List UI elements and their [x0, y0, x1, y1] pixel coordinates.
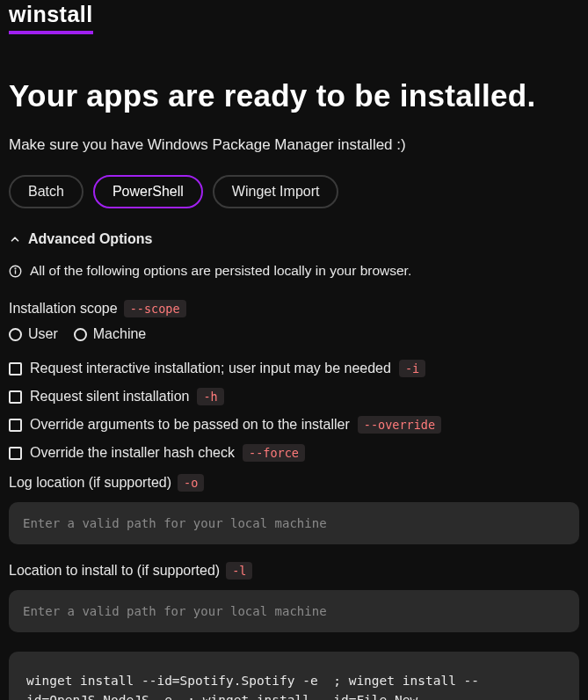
log-location-input[interactable]	[9, 502, 579, 544]
radio-icon	[74, 328, 87, 341]
checkbox-interactive[interactable]: Request interactive installation; user i…	[9, 360, 579, 377]
svg-point-2	[15, 268, 16, 269]
checkbox-force-flag: --force	[243, 444, 305, 462]
checkbox-icon	[9, 362, 22, 376]
checkbox-override-label: Override arguments to be passed on to th…	[30, 417, 350, 433]
checkbox-interactive-label: Request interactive installation; user i…	[30, 361, 391, 376]
checkbox-override[interactable]: Override arguments to be passed on to th…	[9, 416, 579, 434]
install-location-flag: -l	[226, 562, 252, 580]
scope-label: Installation scope --scope	[9, 300, 579, 317]
install-location-label-text: Location to install to (if supported)	[9, 563, 220, 579]
info-note-text: All of the following options are persist…	[30, 263, 411, 279]
checkbox-force-label: Override the installer hash check	[30, 445, 235, 461]
format-tabs: Batch PowerShell Winget Import	[9, 175, 579, 208]
tab-powershell[interactable]: PowerShell	[93, 175, 203, 208]
install-location-label: Location to install to (if supported) -l	[9, 562, 579, 580]
install-location-input[interactable]	[9, 590, 579, 632]
scope-flag: --scope	[124, 300, 186, 317]
options-list: Request interactive installation; user i…	[9, 360, 579, 462]
scope-radio-group: User Machine	[9, 326, 579, 342]
page-title: Your apps are ready to be installed.	[9, 78, 579, 113]
checkbox-icon	[9, 419, 22, 432]
scope-label-text: Installation scope	[9, 301, 118, 317]
scope-radio-user[interactable]: User	[9, 326, 58, 342]
generated-command[interactable]: winget install --id=Spotify.Spotify -e ;…	[9, 652, 579, 700]
radio-icon	[9, 328, 22, 341]
checkbox-icon	[9, 390, 22, 404]
page-subtitle: Make sure you have Windows Package Manag…	[9, 136, 579, 154]
checkbox-icon	[9, 447, 22, 460]
scope-radio-machine-label: Machine	[93, 326, 146, 342]
checkbox-force[interactable]: Override the installer hash check --forc…	[9, 444, 579, 462]
checkbox-override-flag: --override	[358, 416, 441, 434]
scope-radio-machine[interactable]: Machine	[74, 326, 146, 342]
advanced-options-toggle[interactable]: Advanced Options	[9, 231, 579, 247]
advanced-options-label: Advanced Options	[28, 231, 152, 247]
info-note: All of the following options are persist…	[9, 263, 579, 279]
tab-batch[interactable]: Batch	[9, 175, 83, 208]
log-location-flag: -o	[178, 474, 204, 492]
log-location-label: Log location (if supported) -o	[9, 474, 579, 492]
checkbox-silent[interactable]: Request silent installation -h	[9, 388, 579, 405]
info-icon	[9, 265, 22, 278]
app-logo[interactable]: winstall	[9, 2, 93, 34]
scope-radio-user-label: User	[28, 326, 58, 342]
tab-winget-import[interactable]: Winget Import	[213, 175, 339, 208]
log-location-label-text: Log location (if supported)	[9, 475, 171, 491]
checkbox-silent-flag: -h	[197, 388, 223, 405]
checkbox-interactive-flag: -i	[399, 360, 425, 377]
chevron-up-icon	[9, 233, 21, 245]
checkbox-silent-label: Request silent installation	[30, 389, 189, 405]
